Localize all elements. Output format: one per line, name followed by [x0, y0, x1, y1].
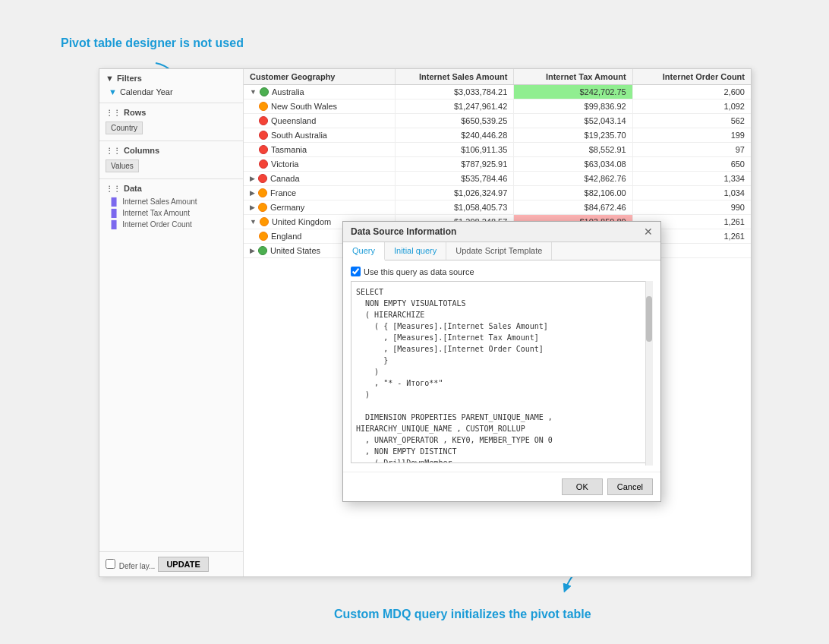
tab-update-script[interactable]: Update Script Template	[446, 242, 552, 260]
bar-chart-icon-1: ▐▌	[109, 197, 119, 206]
cell-tax: $8,552.91	[514, 143, 632, 156]
query-editor[interactable]	[351, 281, 653, 463]
use-query-checkbox[interactable]	[351, 267, 361, 276]
cell-sales: $535,784.46	[396, 172, 514, 185]
bar-chart-icon-2: ▐▌	[109, 209, 119, 217]
cell-count: 2,600	[633, 85, 751, 99]
cell-tax: $84,672.46	[514, 200, 632, 214]
cell-geography: ▶ France	[244, 186, 396, 200]
status-dot	[259, 116, 268, 125]
cell-count: 97	[633, 143, 751, 156]
col-header-sales: Internet Sales Amount	[396, 69, 514, 84]
bar-chart-icon-3: ▐▌	[109, 220, 119, 229]
geography-label: New South Wales	[271, 102, 337, 111]
cell-sales: $787,925.91	[396, 157, 514, 171]
defer-checkbox-input[interactable]	[106, 559, 115, 569]
update-button[interactable]: UPDATE	[158, 557, 208, 572]
geography-label: Germany	[270, 203, 304, 212]
cell-tax: $42,862.76	[514, 172, 632, 185]
dialog-tabs: Query Initial query Update Script Templa…	[343, 242, 660, 260]
status-dot	[258, 188, 267, 197]
collapse-icon[interactable]: ▼	[250, 218, 257, 226]
data-title: ⋮⋮ Data	[106, 184, 237, 193]
data-source-dialog: Data Source Information ✕ Query Initial …	[342, 221, 661, 502]
data-item-count[interactable]: ▐▌ Internet Order Count	[106, 219, 237, 230]
cell-tax: $52,043.14	[514, 114, 632, 128]
ok-button[interactable]: OK	[562, 478, 603, 495]
expand-icon[interactable]: ▶	[250, 189, 255, 197]
cell-tax: $63,034.08	[514, 157, 632, 171]
cell-geography: Victoria	[244, 157, 396, 171]
cell-tax: $82,106.00	[514, 186, 632, 200]
cell-geography: ▶ Germany	[244, 200, 396, 214]
expand-icon[interactable]: ▶	[250, 175, 255, 182]
status-dot	[259, 131, 268, 140]
main-panel: ▼ Filters ▼ Calendar Year ⋮⋮ Rows Countr…	[99, 68, 752, 577]
cell-geography: South Australia	[244, 128, 396, 142]
table-row: Victoria $787,925.91 $63,034.08 650	[244, 157, 751, 172]
cell-count: 1,034	[633, 186, 751, 200]
table-row: ▼ Australia $3,033,784.21 $242,702.75 2,…	[244, 85, 751, 99]
status-dot	[258, 174, 267, 183]
cell-count: 1,334	[633, 172, 751, 185]
cell-sales: $240,446.28	[396, 128, 514, 142]
tab-initial-query[interactable]: Initial query	[385, 242, 446, 260]
calendar-year-filter[interactable]: ▼ Calendar Year	[106, 86, 237, 98]
filters-title: ▼ Filters	[106, 74, 237, 83]
cell-sales: $1,247,961.42	[396, 99, 514, 113]
dialog-body: Use this query as data source	[343, 260, 660, 472]
status-dot	[259, 232, 268, 241]
geography-label: Victoria	[271, 159, 298, 169]
cell-sales: $106,911.35	[396, 143, 514, 156]
col-header-count: Internet Order Count	[633, 69, 751, 84]
annotation-bottom: Custom MDQ query initializes the pivot t…	[334, 608, 591, 621]
filter-icon: ▼	[106, 74, 114, 83]
dialog-close-button[interactable]: ✕	[644, 226, 653, 237]
data-icon: ⋮⋮	[106, 185, 121, 193]
cell-sales: $650,539.25	[396, 114, 514, 128]
geography-label: Australia	[272, 87, 304, 96]
geography-label: South Australia	[271, 131, 327, 140]
geography-label: Tasmania	[271, 145, 307, 154]
cell-tax: $99,836.92	[514, 99, 632, 113]
tab-query[interactable]: Query	[343, 242, 385, 260]
table-row: South Australia $240,446.28 $19,235.70 1…	[244, 128, 751, 143]
table-row: New South Wales $1,247,961.42 $99,836.92…	[244, 99, 751, 114]
expand-icon[interactable]: ▶	[250, 247, 255, 254]
cancel-button[interactable]: Cancel	[607, 478, 653, 495]
table-row: ▶ France $1,026,324.97 $82,106.00 1,034	[244, 186, 751, 200]
columns-title: ⋮⋮ Columns	[106, 146, 237, 155]
table-row: Queensland $650,539.25 $52,043.14 562	[244, 114, 751, 128]
expand-icon[interactable]: ▶	[250, 204, 255, 211]
country-tag[interactable]: Country	[106, 122, 143, 134]
use-query-checkbox-row: Use this query as data source	[351, 267, 653, 276]
cell-geography: New South Wales	[244, 99, 396, 113]
columns-section: ⋮⋮ Columns Values	[99, 141, 243, 179]
status-dot	[259, 159, 268, 169]
data-item-sales[interactable]: ▐▌ Internet Sales Amount	[106, 196, 237, 207]
geography-label: United Kingdom	[272, 217, 331, 226]
values-tag[interactable]: Values	[106, 159, 139, 172]
col-header-tax: Internet Tax Amount	[514, 69, 632, 84]
rows-section: ⋮⋮ Rows Country	[99, 103, 243, 141]
sidebar: ▼ Filters ▼ Calendar Year ⋮⋮ Rows Countr…	[99, 69, 244, 576]
defer-checkbox[interactable]: Defer lay...	[106, 559, 155, 570]
status-dot	[258, 246, 267, 255]
status-dot	[260, 217, 269, 226]
table-header: Customer Geography Internet Sales Amount…	[244, 69, 751, 85]
status-dot	[258, 203, 267, 212]
bottom-bar: Defer lay... UPDATE	[99, 551, 244, 576]
cell-sales: $1,026,324.97	[396, 186, 514, 200]
table-row: ▶ Germany $1,058,405.73 $84,672.46 990	[244, 200, 751, 215]
collapse-icon[interactable]: ▼	[250, 88, 257, 96]
cell-tax: $242,702.75	[514, 85, 632, 99]
cell-tax: $19,235.70	[514, 128, 632, 142]
scrollbar-track[interactable]	[645, 281, 653, 466]
scrollbar-thumb[interactable]	[646, 296, 652, 342]
data-item-tax[interactable]: ▐▌ Internet Tax Amount	[106, 207, 237, 219]
cell-sales: $3,033,784.21	[396, 85, 514, 99]
cell-count: 1,092	[633, 99, 751, 113]
dialog-footer: OK Cancel	[343, 472, 660, 501]
col-header-geography: Customer Geography	[244, 69, 396, 84]
cell-count: 650	[633, 157, 751, 171]
